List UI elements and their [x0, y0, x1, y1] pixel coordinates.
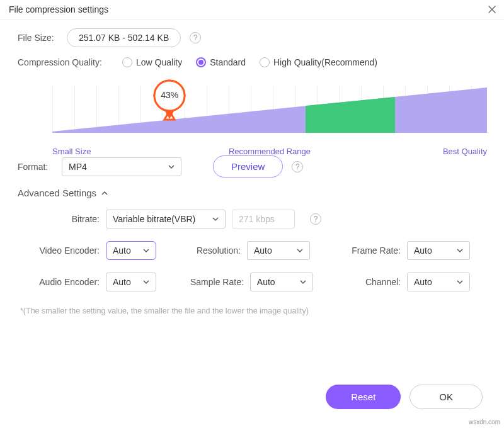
bitrate-select[interactable]: Variable bitrate(VBR) [106, 210, 226, 228]
chevron-down-icon [457, 277, 463, 287]
slider-marker[interactable]: 43% [152, 79, 186, 123]
ok-button[interactable]: OK [410, 385, 483, 409]
svg-marker-0 [52, 87, 487, 133]
footnote: *(The smaller the setting value, the sma… [20, 307, 486, 315]
frame-rate-select[interactable]: Auto [407, 241, 470, 260]
advanced-toggle[interactable]: Advanced Settings [18, 188, 486, 198]
close-icon[interactable] [486, 4, 498, 15]
quality-high-label: High Quality(Recommend) [273, 57, 377, 67]
resolution-label: Resolution: [190, 245, 241, 256]
sample-rate-label: Sample Rate: [190, 277, 244, 287]
chevron-down-icon [300, 277, 306, 287]
chevron-up-icon [101, 190, 108, 196]
video-encoder-label: Video Encoder: [37, 245, 100, 256]
svg-marker-1 [306, 97, 395, 133]
preview-button[interactable]: Preview [213, 155, 283, 177]
quality-low-label: Low Quality [136, 57, 182, 67]
chevron-down-icon [143, 245, 149, 256]
quality-standard-label: Standard [210, 57, 246, 67]
reset-button[interactable]: Reset [326, 385, 401, 409]
resolution-value: Auto [254, 245, 272, 256]
quality-low-radio[interactable]: Low Quality [122, 57, 182, 67]
audio-encoder-label: Audio Encoder: [37, 277, 100, 287]
format-label: Format: [18, 162, 62, 172]
bitrate-value: Variable bitrate(VBR) [113, 214, 195, 224]
dialog-title: File compression settings [9, 4, 108, 14]
bitrate-input: 271 kbps [232, 210, 295, 228]
quality-standard-radio[interactable]: Standard [196, 57, 246, 67]
audio-encoder-select[interactable]: Auto [106, 273, 156, 291]
slider-best-label: Best Quality [443, 147, 487, 156]
file-size-value[interactable]: 251.07 KB - 502.14 KB [67, 28, 181, 47]
quality-label: Compression Quality: [18, 57, 118, 67]
watermark: wsxdn.com [469, 419, 500, 425]
frame-rate-label: Frame Rate: [344, 245, 401, 256]
help-icon[interactable] [292, 161, 303, 172]
dialog-header: File compression settings [0, 0, 504, 20]
chevron-down-icon [212, 214, 219, 224]
resolution-select[interactable]: Auto [247, 241, 310, 260]
audio-encoder-value: Auto [113, 277, 131, 287]
sample-rate-value: Auto [257, 277, 275, 287]
slider-small-label: Small Size [52, 147, 91, 156]
slider-percent: 43% [161, 90, 178, 100]
channel-label: Channel: [344, 277, 401, 287]
compression-slider[interactable]: 43% Small Size Recommended Range Best Qu… [52, 77, 487, 147]
video-encoder-value: Auto [113, 245, 131, 256]
advanced-label: Advanced Settings [18, 188, 96, 198]
chevron-down-icon [143, 277, 149, 287]
chevron-down-icon [168, 162, 175, 172]
bitrate-label: Bitrate: [37, 214, 100, 224]
help-icon[interactable] [310, 213, 321, 225]
file-size-label: File Size: [18, 33, 62, 43]
video-encoder-select[interactable]: Auto [106, 241, 156, 260]
help-icon[interactable] [190, 32, 201, 43]
chevron-down-icon [457, 245, 463, 256]
channel-select[interactable]: Auto [407, 273, 470, 291]
sample-rate-select[interactable]: Auto [250, 273, 313, 291]
slider-track [52, 85, 487, 133]
chevron-down-icon [297, 245, 303, 256]
frame-rate-value: Auto [414, 245, 432, 256]
slider-recommended-label: Recommended Range [229, 147, 311, 156]
channel-value: Auto [414, 277, 432, 287]
quality-high-radio[interactable]: High Quality(Recommend) [260, 57, 377, 67]
format-value: MP4 [69, 162, 87, 172]
format-select[interactable]: MP4 [62, 157, 181, 176]
